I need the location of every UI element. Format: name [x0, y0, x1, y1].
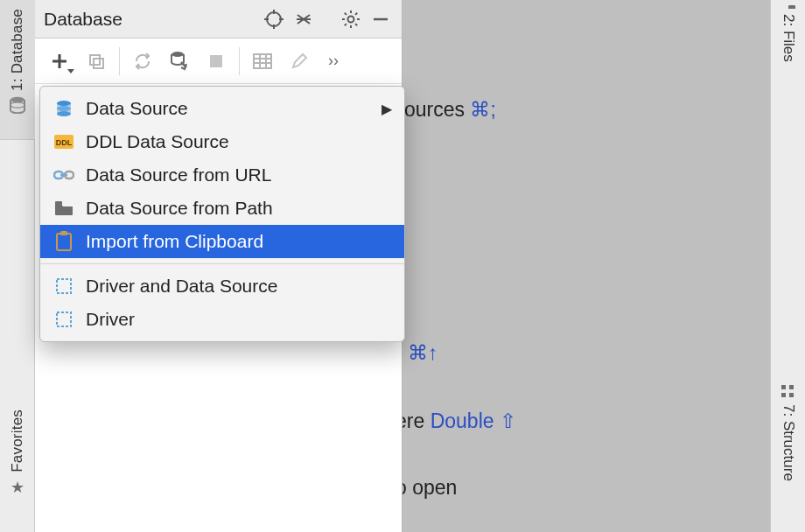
menu-separator — [40, 263, 404, 264]
datasource-properties-button[interactable] — [162, 44, 197, 79]
svg-rect-41 — [57, 312, 71, 326]
sidebar-tab-favorites-label: Favorites — [9, 410, 26, 472]
svg-rect-23 — [210, 55, 222, 67]
menu-item-label: Data Source from URL — [86, 164, 271, 186]
stop-button[interactable] — [199, 44, 234, 79]
svg-point-22 — [172, 52, 184, 57]
sidebar-tab-files-label: 2: Files — [780, 14, 797, 62]
folder-icon — [52, 197, 75, 220]
left-tool-strip: 1: Database Favorites ★ — [0, 0, 35, 532]
edit-button[interactable] — [282, 44, 317, 79]
toolbar-separator — [119, 47, 120, 75]
editor-hint-shortcut: ⌘↑ — [408, 341, 438, 364]
clipboard-icon — [52, 230, 75, 253]
editor-hint-shortcut: ⌘; — [470, 98, 495, 121]
menu-item-import-clipboard[interactable]: Import from Clipboard — [40, 225, 404, 258]
svg-point-8 — [348, 16, 354, 22]
sidebar-tab-files[interactable]: 2: Files — [771, 0, 805, 71]
menu-item-label: Import from Clipboard — [86, 231, 263, 252]
sidebar-tab-structure[interactable]: 7: Structure — [771, 376, 805, 490]
svg-rect-39 — [60, 231, 67, 235]
ddl-icon: DDL — [52, 130, 75, 153]
tool-window-header: Database — [35, 0, 402, 38]
menu-item-driver-and-data-source[interactable]: Driver and Data Source — [40, 270, 404, 303]
menu-item-label: Driver and Data Source — [86, 276, 277, 297]
sidebar-tab-database[interactable]: 1: Database — [0, 0, 35, 140]
structure-icon — [781, 385, 795, 399]
minimize-icon[interactable] — [368, 7, 393, 32]
database-icon — [10, 96, 25, 114]
editor-hint-shortcut: Double ⇧ — [430, 410, 516, 432]
svg-line-14 — [355, 24, 357, 25]
svg-rect-21 — [94, 59, 103, 68]
svg-point-31 — [57, 111, 71, 116]
link-icon — [52, 164, 75, 186]
table-view-button[interactable] — [245, 44, 280, 79]
svg-text:DDL: DDL — [56, 138, 73, 147]
editor-background: ources ⌘; ⌘↑ ere Double ⇧ o open — [404, 0, 770, 532]
right-tool-strip: 2: Files 7: Structure — [770, 0, 805, 532]
svg-point-2 — [267, 12, 281, 26]
tool-window-title: Database — [44, 9, 256, 30]
chevron-right-icon: ▶ — [382, 101, 392, 117]
menu-item-data-source-path[interactable]: Data Source from Path — [40, 192, 404, 225]
svg-rect-24 — [254, 54, 271, 68]
driver-icon — [52, 308, 75, 331]
svg-point-1 — [10, 102, 24, 108]
svg-rect-20 — [90, 55, 100, 65]
svg-line-15 — [345, 24, 346, 25]
menu-item-label: DDL Data Source — [86, 131, 229, 152]
svg-rect-37 — [55, 201, 62, 205]
toolbar-separator — [239, 47, 240, 75]
driver-icon — [52, 275, 75, 298]
gear-icon[interactable] — [339, 7, 363, 32]
sidebar-tab-structure-label: 7: Structure — [780, 404, 797, 481]
editor-hint-text: ources — [404, 98, 470, 121]
database-toolbar: ›› — [35, 38, 402, 84]
sidebar-tab-database-label: 1: Database — [9, 9, 26, 91]
menu-item-data-source-url[interactable]: Data Source from URL — [40, 158, 404, 192]
add-button[interactable] — [42, 44, 77, 79]
sidebar-tab-favorites[interactable]: Favorites ★ — [0, 401, 35, 532]
target-icon[interactable] — [262, 7, 286, 32]
star-icon: ★ — [10, 478, 24, 497]
collapse-all-icon[interactable] — [291, 7, 316, 32]
editor-hint-text: o open — [396, 476, 457, 499]
more-button[interactable]: ›› — [318, 44, 348, 79]
svg-rect-40 — [57, 279, 71, 293]
refresh-button[interactable] — [125, 44, 160, 79]
menu-item-ddl-data-source[interactable]: DDL DDL Data Source — [40, 125, 404, 158]
svg-rect-38 — [57, 234, 71, 250]
menu-item-label: Driver — [86, 309, 135, 330]
svg-point-30 — [57, 106, 71, 111]
menu-item-driver[interactable]: Driver — [40, 303, 404, 336]
svg-line-13 — [345, 12, 346, 14]
menu-item-label: Data Source — [86, 98, 188, 119]
add-datasource-menu: Data Source ▶ DDL DDL Data Source Data S… — [39, 86, 405, 342]
svg-line-16 — [355, 12, 357, 14]
menu-item-data-source[interactable]: Data Source ▶ — [40, 92, 404, 125]
menu-item-label: Data Source from Path — [86, 198, 273, 219]
duplicate-button[interactable] — [79, 44, 114, 79]
database-icon — [52, 97, 75, 120]
